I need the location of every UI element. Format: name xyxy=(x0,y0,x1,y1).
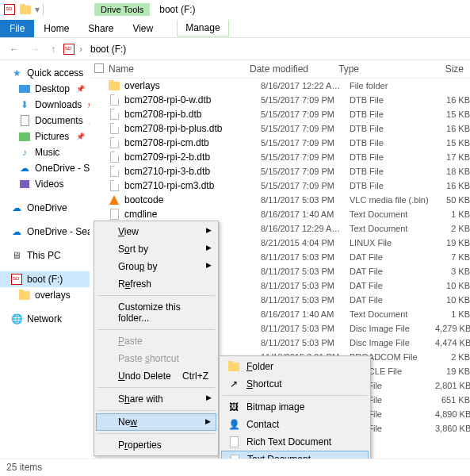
sidebar-videos[interactable]: Videos xyxy=(0,176,90,192)
col-date[interactable]: Date modified xyxy=(250,63,338,75)
new-bitmap[interactable]: 🖼Bitmap image xyxy=(221,398,369,416)
file-size: 1 KB xyxy=(435,209,470,219)
music-icon: ♪ xyxy=(19,147,30,158)
ctx-view[interactable]: View▶ xyxy=(96,223,216,240)
table-row[interactable]: bcm2708-rpi-b-plus.dtb5/15/2017 7:09 PMD… xyxy=(90,121,470,136)
col-size[interactable]: Size xyxy=(424,63,464,75)
table-row[interactable]: bcm2708-rpi-b.dtb5/15/2017 7:09 PMDTB Fi… xyxy=(90,107,470,121)
ctx-properties[interactable]: Properties xyxy=(96,436,216,454)
file-name: bcm2708-rpi-cm.dtb xyxy=(124,137,261,148)
ctx-group[interactable]: Group by▶ xyxy=(96,258,216,275)
file-date: 5/15/2017 7:09 PM xyxy=(261,152,350,162)
tab-manage[interactable]: Manage xyxy=(177,20,228,36)
col-type[interactable]: Type xyxy=(338,63,424,75)
table-row[interactable]: cmdline8/16/2017 1:40 AMText Document1 K… xyxy=(90,207,470,221)
new-shortcut[interactable]: ↗Shortcut xyxy=(221,375,369,393)
drive-tools-tab[interactable]: Drive Tools xyxy=(94,3,150,16)
file-icon xyxy=(109,123,120,134)
status-bar: 25 items xyxy=(0,459,470,476)
file-type: DAT File xyxy=(350,281,435,290)
table-row[interactable]: bootcode8/11/2017 5:03 PMVLC media file … xyxy=(90,193,470,207)
table-row[interactable]: overlays8/16/2017 12:22 A…File folder xyxy=(90,79,470,93)
nav-fwd-icon[interactable]: → xyxy=(27,44,43,55)
file-date: 8/11/2017 5:03 PM xyxy=(261,252,350,262)
ctx-new[interactable]: New▶ xyxy=(96,413,216,431)
table-row[interactable]: bcm2709-rpi-2-b.dtb5/15/2017 7:09 PMDTB … xyxy=(90,150,470,164)
col-name[interactable]: Name xyxy=(109,63,250,75)
sidebar-music[interactable]: ♪Music xyxy=(0,144,90,160)
tab-home[interactable]: Home xyxy=(34,20,78,37)
ctx-undo[interactable]: Undo DeleteCtrl+Z xyxy=(96,367,216,385)
tab-view[interactable]: View xyxy=(123,20,162,37)
file-date: 5/15/2017 7:09 PM xyxy=(261,109,350,119)
qat-divider2 xyxy=(43,4,44,15)
separator xyxy=(97,329,215,330)
file-name: bootcode xyxy=(124,194,261,205)
file-size: 19 KB xyxy=(435,367,470,376)
file-type: DAT File xyxy=(350,267,435,276)
file-size: 1 KB xyxy=(435,309,470,319)
column-headers[interactable]: Name Date modified Type Size xyxy=(90,60,470,79)
ctx-share[interactable]: Share with▶ xyxy=(96,390,216,408)
sidebar-this-pc[interactable]: 🖥This PC xyxy=(0,248,90,263)
tab-share[interactable]: Share xyxy=(78,20,123,37)
file-type: DTB File xyxy=(350,167,435,176)
file-type: DTB File xyxy=(350,109,435,119)
new-folder[interactable]: Folder xyxy=(221,358,369,375)
separator xyxy=(97,387,215,388)
document-icon xyxy=(227,436,240,448)
file-size: 2,801 KB xyxy=(435,381,470,390)
file-date: 8/11/2017 5:03 PM xyxy=(261,338,350,347)
select-all-checkbox[interactable] xyxy=(94,63,104,73)
file-name: bcm2710-rpi-cm3.dtb xyxy=(124,180,261,191)
sidebar-downloads[interactable]: ⬇Downloads📌 xyxy=(0,97,90,113)
file-date: 8/11/2017 5:03 PM xyxy=(261,281,350,290)
sidebar-quick-access[interactable]: ★Quick access xyxy=(0,65,90,81)
ctx-refresh[interactable]: Refresh xyxy=(96,275,216,293)
table-row[interactable]: bcm2710-rpi-3-b.dtb5/15/2017 7:09 PMDTB … xyxy=(90,164,470,178)
table-row[interactable]: bcm2708-rpi-cm.dtb5/15/2017 7:09 PMDTB F… xyxy=(90,136,470,150)
new-contact[interactable]: 👤Contact xyxy=(221,416,369,433)
file-size: 15 KB xyxy=(435,138,470,148)
sidebar-network[interactable]: 🌐Network xyxy=(0,311,90,327)
breadcrumb-sep: › xyxy=(79,44,82,55)
sidebar-pictures[interactable]: Pictures📌 xyxy=(0,129,90,144)
titlebar: ▾ Drive Tools boot (F:) xyxy=(0,0,470,19)
documents-icon xyxy=(19,115,30,126)
chevron-right-icon: ▶ xyxy=(205,417,211,425)
breadcrumb[interactable]: boot (F:) xyxy=(87,42,129,56)
pin-icon: 📌 xyxy=(76,132,85,140)
file-size: 19 KB xyxy=(435,238,470,248)
file-icon xyxy=(109,137,120,148)
file-date: 8/11/2017 5:03 PM xyxy=(261,295,350,305)
sidebar-desktop[interactable]: Desktop📌 xyxy=(0,81,90,97)
sidebar-boot-drive[interactable]: boot (F:) xyxy=(0,271,90,287)
table-row[interactable]: bcm2710-rpi-cm3.dtb5/15/2017 7:09 PMDTB … xyxy=(90,178,470,193)
file-date: 8/16/2017 12:22 A… xyxy=(261,81,350,90)
file-date: 8/16/2017 1:40 AM xyxy=(261,209,350,219)
nav-back-icon[interactable]: ← xyxy=(6,44,22,55)
file-icon xyxy=(109,94,120,106)
file-type: DTB File xyxy=(350,181,435,190)
file-size: 651 KB xyxy=(435,395,470,405)
tab-file[interactable]: File xyxy=(0,20,34,37)
sidebar-overlays[interactable]: overlays xyxy=(0,287,90,303)
sidebar-onedrive[interactable]: ☁OneDrive xyxy=(0,200,90,216)
file-name: overlays xyxy=(124,80,261,91)
new-rtf[interactable]: Rich Text Document xyxy=(221,433,369,451)
file-icon xyxy=(109,166,120,177)
file-name: bcm2708-rpi-b-plus.dtb xyxy=(124,123,261,134)
table-row[interactable]: bcm2708-rpi-0-w.dtb5/15/2017 7:09 PMDTB … xyxy=(90,93,470,107)
sidebar-onedrive-seattle2[interactable]: ☁OneDrive - Seattle Sc xyxy=(0,224,90,240)
sidebar-onedrive-seattle[interactable]: ☁OneDrive - Seattle S xyxy=(0,160,90,176)
onedrive-icon: ☁ xyxy=(19,163,30,174)
file-type: DTB File xyxy=(350,138,435,148)
ctx-customize[interactable]: Customize this folder... xyxy=(96,298,216,327)
shortcut-icon: ↗ xyxy=(227,378,240,390)
sidebar-documents[interactable]: Documents📌 xyxy=(0,113,90,129)
file-date: 8/16/2017 12:29 A… xyxy=(261,224,350,233)
chevron-right-icon: ▶ xyxy=(206,244,212,251)
ctx-sort[interactable]: Sort by▶ xyxy=(96,240,216,258)
nav-up-icon[interactable]: ↑ xyxy=(48,44,59,55)
address-bar[interactable]: ← → ↑ › boot (F:) xyxy=(0,38,470,60)
